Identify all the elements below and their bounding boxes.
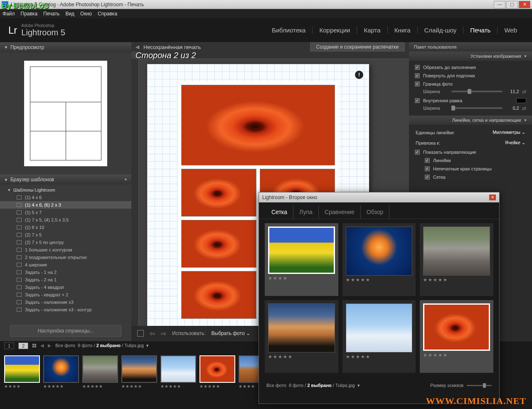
use-dropdown[interactable]: Выбрать фото ⌄: [212, 330, 250, 336]
unsaved-print-label: Несохранённая печать: [143, 44, 306, 50]
grid-thumb[interactable]: ★★★★: [265, 223, 338, 296]
template-item[interactable]: (1) 7 x 5, (4) 2,5 x 3,5: [0, 216, 131, 224]
create-saved-print-button[interactable]: Создание и сохранение распечатки: [310, 42, 405, 52]
next-page-icon[interactable]: ⇨: [161, 330, 166, 338]
page-setup-button[interactable]: Настройка страницы...: [10, 325, 121, 337]
tab-grid[interactable]: Сетка: [266, 205, 293, 219]
print-cell[interactable]: [181, 85, 335, 165]
menu-window[interactable]: Окно: [80, 11, 92, 17]
print-cell[interactable]: [181, 169, 256, 217]
template-item[interactable]: 1 большие с контуром: [0, 246, 131, 254]
inner-width-slider[interactable]: Ширина0,2pt: [415, 105, 526, 113]
module-Книга[interactable]: Книга: [388, 27, 418, 34]
template-item[interactable]: (1) 8 x 10: [0, 224, 131, 231]
template-group[interactable]: ▼Шаблоны Lightroom: [0, 186, 131, 194]
panel-header-image-settings[interactable]: Установки изображения▼: [409, 52, 532, 61]
grid-view-icon[interactable]: [32, 344, 36, 347]
stop-icon[interactable]: [137, 330, 144, 337]
module-Web[interactable]: Web: [498, 27, 524, 34]
template-item[interactable]: Задать - 1 на 2: [0, 269, 131, 276]
window-titlebar: Lightroom 5 Catalog - Adobe Photoshop Li…: [0, 0, 532, 9]
template-item[interactable]: Задать - 4 квадрат: [0, 283, 131, 291]
second-window-titlebar[interactable]: Lightroom - Второе окно ✕: [259, 192, 499, 202]
brand: Lr Adobe Photoshop Lightroom 5: [8, 23, 65, 37]
second-window-close-icon[interactable]: ✕: [489, 195, 496, 200]
bleed-checkbox[interactable]: ✓Непечатные края страницы: [415, 165, 526, 173]
chevron-left-icon[interactable]: ◀: [135, 44, 139, 50]
panel-header-package[interactable]: Пакет пользователя: [409, 42, 532, 52]
second-window-grid[interactable]: ★★★★★★★★★★★★★★★★★★★★★★★★★★★★★: [259, 219, 499, 377]
tab-compare[interactable]: Сравнение: [319, 205, 361, 219]
rulers-checkbox[interactable]: ✓Линейки: [415, 156, 526, 165]
filmstrip-thumb[interactable]: ★★★★★: [82, 355, 118, 389]
filmstrip-source[interactable]: Все фото 8 фото / 2 выбрано / Tulips.jpg…: [55, 343, 149, 348]
grid-thumb[interactable]: ★★★★★: [420, 223, 493, 296]
brand-logo: Lr: [8, 25, 17, 36]
window-2-button[interactable]: 2: [18, 342, 28, 349]
module-Коррекции[interactable]: Коррекции: [313, 27, 357, 34]
grid-checkbox[interactable]: ✓Сетка: [415, 173, 526, 181]
panel-header-rulers[interactable]: Линейки, сетка и направляющие▼: [409, 116, 532, 125]
menu-edit[interactable]: Правка: [21, 11, 38, 17]
thumbnail-size-slider[interactable]: [467, 385, 492, 386]
template-item[interactable]: (1) 4 x 6, (6) 2 x 3: [0, 201, 131, 209]
filmstrip-thumb[interactable]: ★★★★: [4, 355, 40, 389]
maximize-button[interactable]: ▢: [506, 1, 518, 8]
ruler-units-dropdown[interactable]: Единицы линейки:Миллиметры ⌄: [415, 127, 526, 138]
menu-file[interactable]: Файл: [2, 11, 15, 17]
filmstrip-thumb[interactable]: ★★★★★: [121, 355, 157, 389]
menu-print[interactable]: Печать: [43, 11, 59, 17]
grid-thumb[interactable]: ★★★★★: [342, 223, 416, 296]
prev-arrow-icon[interactable]: ◀: [40, 343, 44, 348]
grid-thumb[interactable]: ★★★★★: [342, 300, 416, 373]
menu-view[interactable]: Вид: [65, 11, 74, 17]
template-item[interactable]: (2) 7 x 5 по центру: [0, 239, 131, 246]
template-item[interactable]: Задать - 2 на 1: [0, 276, 131, 283]
close-button[interactable]: ✕: [519, 1, 530, 8]
template-item[interactable]: (2) 7 x 5: [0, 231, 131, 239]
rotate-to-fit-checkbox[interactable]: ✓Повернуть для подгонки: [415, 71, 526, 80]
filmstrip-thumb[interactable]: ★★★★★: [160, 355, 196, 389]
filmstrip-thumb[interactable]: ★★★★★: [43, 355, 79, 389]
module-Слайд-шоу[interactable]: Слайд-шоу: [418, 27, 464, 34]
module-Печать[interactable]: Печать: [463, 27, 498, 34]
photo-border-checkbox[interactable]: ✓Граница фото: [415, 80, 526, 88]
second-window-tabs: Сетка Лупа Сравнение Обзор: [259, 202, 499, 219]
tab-survey[interactable]: Обзор: [361, 205, 389, 219]
print-cell[interactable]: [181, 220, 256, 268]
template-item[interactable]: 4 широкие: [0, 261, 131, 269]
snap-to-dropdown[interactable]: Привязка к:Ячейке ⌄: [415, 138, 526, 148]
ruler-vertical: [131, 59, 139, 326]
next-arrow-icon[interactable]: ▶: [48, 343, 51, 348]
grid-thumb[interactable]: ★★★★★: [420, 300, 493, 373]
module-Библиотека[interactable]: Библиотека: [265, 27, 313, 34]
inner-stroke-color[interactable]: [516, 98, 526, 103]
tab-loupe[interactable]: Лупа: [293, 205, 319, 219]
template-item[interactable]: Задать - наложение x3 - контур: [0, 306, 131, 313]
preview-header[interactable]: ▼Предпросмотр: [0, 42, 131, 52]
prev-page-icon[interactable]: ⇦: [150, 330, 155, 338]
add-template-icon[interactable]: +: [124, 177, 127, 182]
filmstrip-thumb[interactable]: ★★★★★: [200, 355, 235, 389]
inner-stroke-checkbox[interactable]: ✓Внутренняя рамка: [415, 96, 526, 105]
window-1-button[interactable]: 1: [4, 342, 14, 349]
crop-to-fill-checkbox[interactable]: ✓Обрезать до заполнения: [415, 63, 526, 71]
watermark-overlay: By De@bLoS: [2, 2, 49, 10]
minimize-button[interactable]: —: [494, 1, 505, 8]
warning-icon[interactable]: !: [355, 71, 363, 79]
border-width-slider[interactable]: Ширина11,2pt: [415, 88, 526, 96]
template-item[interactable]: Задать - квадрат + 2: [0, 291, 131, 298]
identity-plate-bar: Lr Adobe Photoshop Lightroom 5 Библиотек…: [0, 18, 532, 42]
sw-source[interactable]: Все фото 8 фото / 2 выбрано / Tulips.jpg…: [266, 383, 360, 388]
template-item[interactable]: Задать - наложение x3: [0, 298, 131, 306]
template-item[interactable]: 2 поздравительные открытки: [0, 254, 131, 261]
show-guides-checkbox[interactable]: ✓Показать направляющие: [415, 148, 526, 156]
template-item[interactable]: (1) 4 x 6: [0, 194, 131, 201]
print-cell[interactable]: [181, 271, 256, 319]
template-browser-header[interactable]: ▼Браузер шаблонов +: [0, 175, 131, 185]
menu-help[interactable]: Справка: [98, 11, 117, 17]
grid-thumb[interactable]: ★★★★★: [265, 300, 338, 373]
template-item[interactable]: (1) 5 x 7: [0, 209, 131, 216]
module-Карта[interactable]: Карта: [357, 27, 387, 34]
second-window-bottom-bar: Все фото 8 фото / 2 выбрано / Tulips.jpg…: [259, 377, 499, 394]
